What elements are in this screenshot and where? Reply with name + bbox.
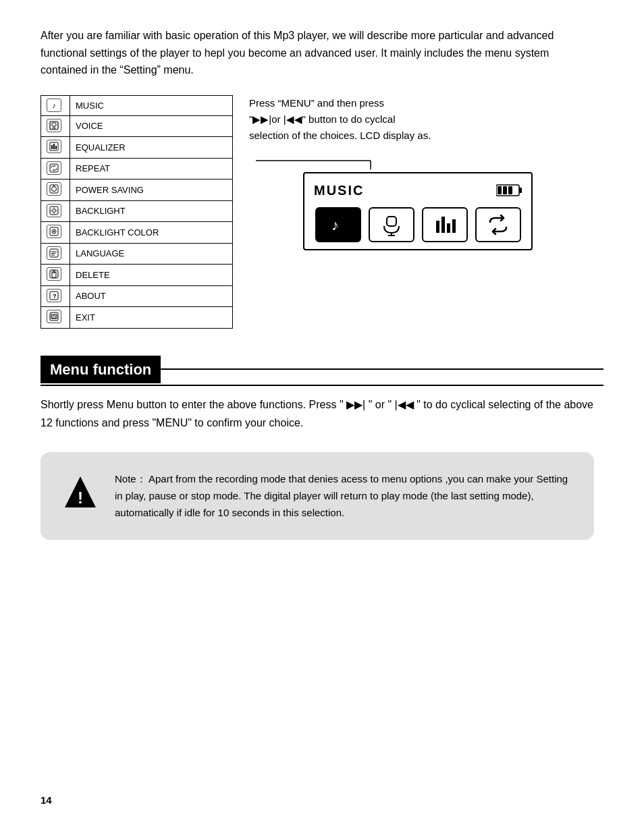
lcd-top: MUSIC [314,180,522,200]
table-row: ? ABOUT [41,285,233,307]
exit-icon-cell [41,307,70,329]
note-text: Note： Apart from the recording mode that… [115,471,572,521]
svg-text:!: ! [78,489,83,507]
svg-rect-38 [498,186,502,194]
backlight-icon [47,204,61,217]
svg-rect-45 [436,221,439,233]
lcd-voice-icon [369,207,414,242]
table-row: VOICE [41,115,233,137]
eq-icon-cell [41,137,70,159]
menu-label-exit: EXIT [70,307,233,329]
voice-icon-cell [41,115,70,137]
desc-line3: selection of the choices. LCD display as… [249,130,431,141]
lcd-display: MUSIC ♪ [303,172,533,250]
table-row: LANGUAGE [41,243,233,265]
desc-line2: "▶▶|or |◀◀" button to do cyclcal [249,113,396,125]
power-saving-icon [47,182,61,196]
menu-description: Press “MENU” and then press "▶▶|or |◀◀" … [249,95,431,144]
svg-text:♪: ♪ [331,217,339,233]
menu-label-about: ABOUT [70,285,233,307]
svg-rect-26 [52,273,56,277]
backlight-icon-cell [41,200,70,222]
menu-label-language: LANGUAGE [70,243,233,265]
menu-right-panel: Press “MENU” and then press "▶▶|or |◀◀" … [249,95,533,250]
battery-icon [496,184,522,197]
backlight-color-icon-cell [41,222,70,244]
menu-function-text: Shortly press Menu button to enter the a… [41,395,594,432]
connector-svg [249,150,492,171]
about-icon-cell: ? [41,285,70,307]
warning-triangle-icon: ! [62,474,99,510]
exit-icon [47,310,61,323]
menu-label-voice: VOICE [70,115,233,137]
equalizer-icon [47,140,61,153]
svg-rect-8 [50,164,58,172]
lcd-eq-icon [422,207,468,242]
delete-icon [47,267,61,281]
svg-point-10 [52,187,57,192]
menu-label-music: MUSIC [70,95,233,115]
language-icon [47,246,61,260]
note-box: ! Note： Apart from the recording mode th… [41,452,594,540]
desc-line1: Press “MENU” and then press [249,97,384,109]
section-divider [161,368,603,370]
repeat-icon [47,161,61,175]
table-row: REPEAT [41,158,233,180]
lcd-title: MUSIC [314,180,364,200]
menu-label-power-saving: POWER SAVING [70,180,233,201]
music-icon-cell: ♪ [41,95,70,115]
table-row: BACKLIGHT [41,200,233,222]
table-row: ♪ MUSIC [41,95,233,115]
menu-label-backlight: BACKLIGHT [70,200,233,222]
svg-point-20 [53,231,55,232]
about-icon: ? [47,289,61,302]
svg-rect-32 [51,314,57,319]
svg-rect-39 [503,186,507,194]
svg-rect-47 [447,223,450,233]
menu-label-backlight-color: BACKLIGHT COLOR [70,222,233,244]
delete-icon-cell [41,265,70,286]
table-row: BACKLIGHT COLOR [41,222,233,244]
lcd-icons: ♪ [314,207,522,242]
voice-icon [47,119,61,132]
table-row: EQUALIZER [41,137,233,159]
svg-rect-1 [52,123,56,126]
backlight-color-icon [47,225,61,238]
menu-section: ♪ MUSIC VOICE EQUALIZER [41,95,603,329]
menu-label-delete: DELETE [70,265,233,286]
language-icon-cell [41,243,70,265]
table-row: DELETE [41,265,233,286]
repeat-icon-cell [41,158,70,180]
menu-label-equalizer: EQUALIZER [70,137,233,159]
menu-table: ♪ MUSIC VOICE EQUALIZER [41,95,233,329]
section-header: Menu function [41,356,603,386]
section-title: Menu function [41,356,161,383]
svg-rect-40 [508,186,512,194]
svg-rect-37 [519,188,522,193]
power-icon-cell [41,180,70,201]
svg-rect-5 [51,145,53,149]
lcd-music-icon: ♪ [315,207,361,242]
table-row: EXIT [41,307,233,329]
page-number: 14 [41,793,52,808]
svg-rect-6 [53,144,55,149]
svg-rect-33 [53,316,55,319]
svg-rect-46 [441,217,445,233]
svg-text:?: ? [53,293,57,300]
table-row: POWER SAVING [41,180,233,201]
intro-paragraph: After you are familiar with basic operat… [41,27,594,79]
svg-rect-7 [55,146,57,149]
music-icon: ♪ [47,99,61,112]
svg-rect-42 [387,217,396,226]
svg-rect-48 [452,219,456,233]
menu-label-repeat: REPEAT [70,158,233,180]
svg-point-13 [53,209,56,212]
lcd-repeat-icon [475,207,521,242]
